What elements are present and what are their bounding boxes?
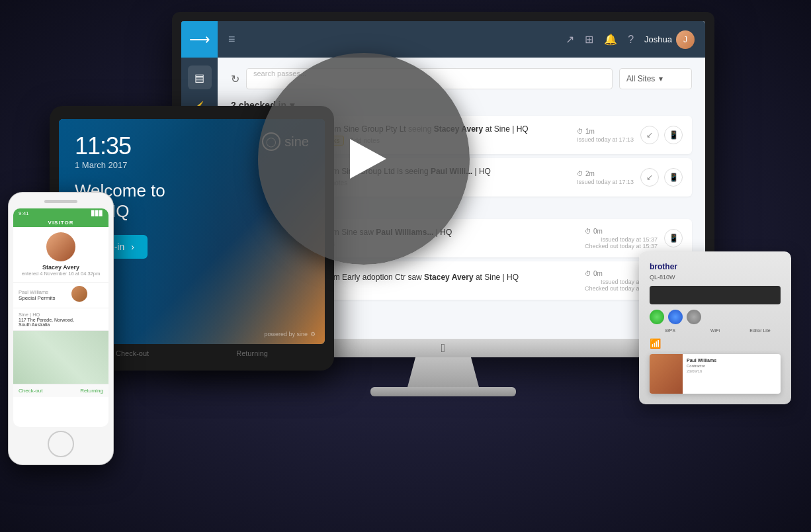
- printer-label-editor: Editor Lite: [740, 328, 781, 333]
- topbar-calendar-icon[interactable]: ⊞: [585, 33, 593, 46]
- iphone-bottom-bar: Check-out Returning: [13, 384, 108, 397]
- imac-base: [370, 387, 516, 396]
- ipad-checkin-arrow-icon: ›: [131, 242, 134, 252]
- map-placeholder: [13, 331, 108, 384]
- paul-meta: ⏱1m Issued today at 17:13: [577, 128, 634, 143]
- iphone-signal-icon: ▊▊▊: [91, 210, 103, 216]
- printer-screen: [650, 286, 781, 304]
- topbar-actions: ↗ ⊞ 🔔 ? Joshua J: [566, 30, 695, 49]
- paul-issued: Issued today at 17:13: [577, 136, 634, 143]
- printer-body: brother QL-810W WPS WiFi Editor Lite 📶 P…: [639, 251, 791, 404]
- printer-paper-text: Paul Williams Contractor 23/09/16: [683, 354, 781, 394]
- iphone-pass-item-1: Paul Williams Special Permits: [13, 283, 108, 308]
- iphone-pass-label-2: Sine | HQ: [19, 312, 78, 318]
- iphone-visitor-badge: VISITOR: [13, 218, 108, 227]
- stacey-actions: ↙ 📱: [640, 168, 683, 187]
- ipad-returning-label[interactable]: Returning: [236, 349, 268, 357]
- ipad-powered-text: powered by sine: [264, 331, 308, 337]
- topbar-bell-icon[interactable]: 🔔: [604, 33, 617, 46]
- imac-stand: [404, 357, 483, 387]
- printer-device: brother QL-810W WPS WiFi Editor Lite 📶 P…: [639, 251, 791, 404]
- printer-buttons-row: [650, 310, 781, 324]
- paul-actions: ↙ 📱: [640, 126, 683, 144]
- user-avatar: J: [676, 30, 695, 49]
- topbar-user[interactable]: Joshua J: [644, 30, 695, 49]
- passes-icon: ▤: [194, 71, 204, 84]
- topbar-help-icon[interactable]: ?: [628, 34, 634, 46]
- iphone-pass-item-2: Sine | HQ 117 The Parade, Norwood, South…: [13, 308, 108, 331]
- stacey-out-issued: Issued today at 15:37: [585, 236, 658, 243]
- printer-wps-area: 📶: [650, 338, 781, 349]
- iphone-time: 9:41: [19, 210, 29, 216]
- ipad-powered-by: powered by sine ⚙: [264, 331, 316, 337]
- stacey-issued: Issued today at 17:13: [577, 179, 634, 185]
- chevron-down-icon: ▾: [659, 74, 663, 83]
- topbar-username: Joshua: [644, 34, 672, 44]
- play-icon: [350, 139, 386, 179]
- iphone-entered: entered 4 November 16 at 04:32pm: [19, 271, 103, 277]
- printer-paper-photo: [650, 354, 683, 394]
- printer-labels-row: WPS WiFi Editor Lite: [650, 328, 781, 333]
- apple-logo-icon: : [441, 341, 446, 355]
- stacey-out-actions: 📱: [664, 229, 683, 247]
- printer-model: QL-810W: [650, 274, 781, 281]
- printer-power-button[interactable]: [650, 310, 664, 324]
- iphone-returning-btn[interactable]: Returning: [80, 388, 103, 394]
- iphone-status-bar: 9:41 ▊▊▊: [13, 208, 108, 218]
- iphone-frame: 9:41 ▊▊▊ VISITOR Stacey Avery entered 4 …: [8, 192, 114, 465]
- iphone-pass-val-2: 117 The Parade, Norwood, South Australia: [19, 318, 78, 327]
- stacey-time-ago: ⏱2m: [577, 170, 634, 177]
- paul-checkout-btn[interactable]: ↙: [640, 126, 659, 144]
- iphone-map: [13, 331, 108, 384]
- printer-paper: Paul Williams Contractor 23/09/16: [650, 354, 781, 394]
- topbar: ≡ ↗ ⊞ 🔔 ? Joshua J: [218, 21, 705, 58]
- printer-paper-role: Contractor: [687, 364, 777, 368]
- printer-label-wps: WPS: [650, 328, 691, 333]
- stacey-device-btn[interactable]: 📱: [664, 168, 683, 187]
- ipad-settings-icon[interactable]: ⚙: [310, 331, 316, 337]
- printer-label-wifi: WiFi: [695, 328, 736, 333]
- iphone-name: Stacey Avery: [19, 264, 103, 271]
- iphone-device: 9:41 ▊▊▊ VISITOR Stacey Avery entered 4 …: [8, 192, 114, 465]
- paul-time-ago: ⏱1m: [577, 128, 634, 135]
- stacey-meta: ⏱2m Issued today at 17:13: [577, 170, 634, 185]
- iphone-checkout-btn[interactable]: Check-out: [19, 388, 42, 394]
- arrow-icon: ⟶: [189, 31, 210, 48]
- site-select[interactable]: All Sites ▾: [619, 68, 692, 89]
- printer-paper-name: Paul Williams: [687, 358, 777, 363]
- printer-feed-button[interactable]: [668, 310, 683, 324]
- diagonal-arrow-icon[interactable]: ↗: [566, 33, 574, 46]
- stacey-out-checkout: Checked out today at 15:37: [585, 243, 658, 249]
- stacey-out-meta: ⏱0m Issued today at 15:37 Checked out to…: [585, 228, 658, 249]
- stacey-checkout-btn[interactable]: ↙: [640, 168, 659, 187]
- iphone-speaker: [44, 200, 77, 203]
- ipad-checkout-label[interactable]: Check-out: [116, 349, 149, 357]
- stacey-out-device-btn[interactable]: 📱: [664, 229, 683, 247]
- iphone-pass-val-1: Special Permits: [19, 295, 56, 301]
- iphone-profile: Stacey Avery entered 4 November 16 at 04…: [13, 227, 108, 283]
- paul-device-btn[interactable]: 📱: [664, 126, 683, 144]
- iphone-pass-avatar: [71, 286, 87, 302]
- refresh-button[interactable]: ↻: [231, 73, 239, 85]
- stacey-out-time: ⏱0m: [585, 228, 658, 235]
- site-select-value: All Sites: [626, 74, 655, 83]
- video-play-button[interactable]: [258, 53, 470, 265]
- menu-icon: ≡: [228, 32, 235, 46]
- printer-paper-date: 23/09/16: [687, 369, 777, 373]
- wifi-icon: 📶: [650, 338, 661, 349]
- iphone-avatar: [46, 232, 75, 261]
- iphone-screen: 9:41 ▊▊▊ VISITOR Stacey Avery entered 4 …: [13, 208, 108, 427]
- sidebar-item-passes[interactable]: ▤: [188, 66, 212, 89]
- iphone-pass-label-1: Paul Williams: [19, 289, 56, 295]
- iphone-home-button[interactable]: [48, 431, 74, 457]
- sidebar-logo[interactable]: ⟶: [181, 21, 218, 58]
- printer-brand: brother: [650, 262, 781, 271]
- printer-cut-button[interactable]: [687, 310, 701, 324]
